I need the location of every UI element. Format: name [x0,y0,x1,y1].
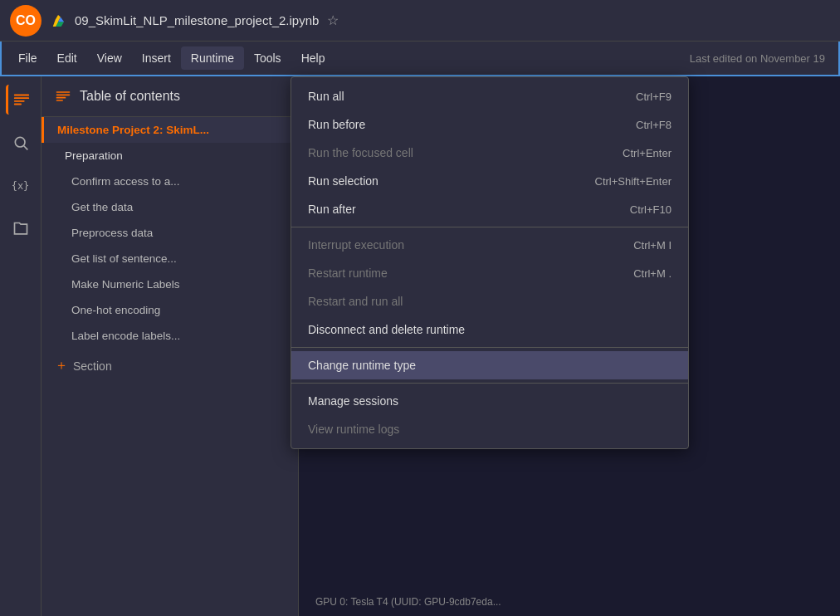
menu-view[interactable]: View [87,46,132,70]
toc-item-prep[interactable]: Preparation [42,143,298,169]
menu-file[interactable]: File [8,46,47,70]
menu-restart-run-all: Restart and run all [291,287,688,315]
gpu-info-text: GPU 0: Tesla T4 (UUID: GPU-9cdb7eda... [315,596,501,608]
svg-point-0 [15,137,25,147]
runtime-dropdown-menu: Run all Ctrl+F9 Run before Ctrl+F8 Run t… [291,76,689,449]
toc-item-onehot[interactable]: One-hot encoding [42,297,298,323]
toc-item-sentence[interactable]: Get list of sentence... [42,246,298,271]
toc-item-encode[interactable]: Label encode labels... [42,323,298,349]
menu-run-before[interactable]: Run before Ctrl+F8 [291,110,688,139]
toc-title: Table of contents [80,89,180,104]
menu-run-focused: Run the focused cell Ctrl+Enter [291,139,688,167]
sidebar-icons: {x} [0,76,42,616]
menu-interrupt: Interrupt execution Ctrl+M I [291,231,688,259]
files-sidebar-icon[interactable] [6,214,36,244]
star-icon[interactable]: ☆ [327,12,339,28]
drive-icon [50,12,66,29]
menu-manage-sessions[interactable]: Manage sessions [291,387,688,415]
toc-section-add[interactable]: ＋ Section [42,349,298,383]
menu-run-all[interactable]: Run all Ctrl+F9 [291,82,688,110]
toc-panel: Table of contents Milestone Project 2: S… [42,76,299,616]
toc-item-numeric[interactable]: Make Numeric Labels [42,271,298,297]
menu-disconnect[interactable]: Disconnect and delete runtime [291,315,688,344]
menu-runtime[interactable]: Runtime [181,46,244,70]
menu-edit[interactable]: Edit [47,46,87,70]
dropdown-divider-2 [291,347,688,348]
notebook-title: 09_SkimLit_NLP_milestone_project_2.ipynb… [75,12,339,28]
toc-item-data[interactable]: Get the data [42,194,298,220]
top-bar: CO 09_SkimLit_NLP_milestone_project_2.ip… [0,0,840,42]
menu-tools[interactable]: Tools [244,46,291,70]
menu-run-selection[interactable]: Run selection Ctrl+Shift+Enter [291,167,688,195]
toc-section-label: Section [73,359,112,373]
colab-logo: CO [10,5,42,37]
toc-header-icon [55,88,71,105]
runtime-dropdown-overlay: Run all Ctrl+F9 Run before Ctrl+F8 Run t… [291,76,689,449]
last-edited-text: Last edited on November 19 [690,52,832,65]
plus-icon: ＋ [55,357,68,374]
menu-view-logs: View runtime logs [291,415,688,443]
menu-bar: File Edit View Insert Runtime Tools Help… [0,42,840,76]
toc-header: Table of contents [42,76,298,117]
toc-sidebar-icon[interactable] [6,85,36,115]
dropdown-divider-3 [291,383,688,384]
toc-item-access[interactable]: Confirm access to a... [42,169,298,194]
search-sidebar-icon[interactable] [6,128,36,158]
gpu-info-bar: GPU 0: Tesla T4 (UUID: GPU-9cdb7eda... [315,594,501,608]
toc-item-milestone[interactable]: Milestone Project 2: SkimL... [42,117,298,143]
variables-sidebar-icon[interactable]: {x} [6,171,36,201]
menu-run-after[interactable]: Run after Ctrl+F10 [291,195,688,223]
menu-insert[interactable]: Insert [132,46,181,70]
menu-help[interactable]: Help [291,46,335,70]
dropdown-divider-1 [291,227,688,227]
toc-item-preprocess[interactable]: Preprocess data [42,220,298,246]
menu-restart: Restart runtime Ctrl+M . [291,259,688,287]
svg-line-1 [23,146,27,150]
menu-change-runtime[interactable]: Change runtime type [291,351,688,379]
